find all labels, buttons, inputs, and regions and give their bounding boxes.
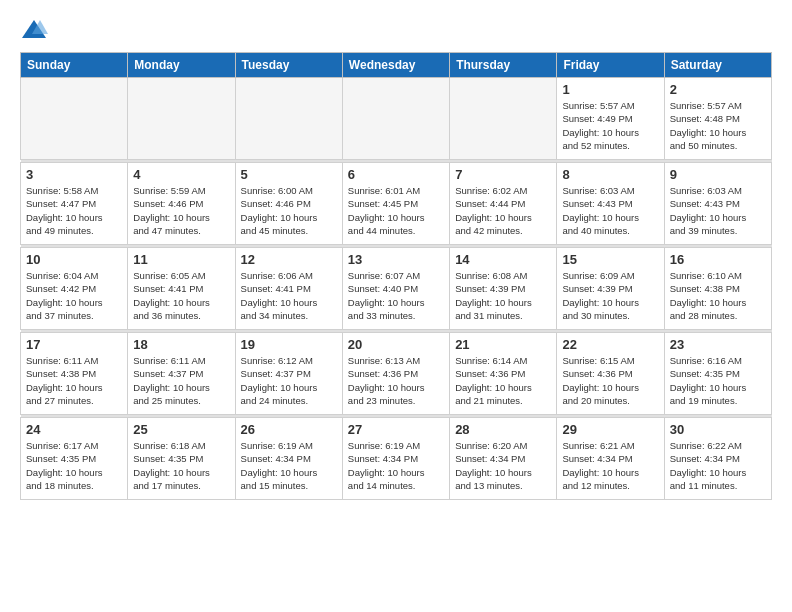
- day-info: Sunrise: 6:14 AM Sunset: 4:36 PM Dayligh…: [455, 354, 551, 407]
- day-info: Sunrise: 6:13 AM Sunset: 4:36 PM Dayligh…: [348, 354, 444, 407]
- day-number: 28: [455, 422, 551, 437]
- day-info: Sunrise: 6:02 AM Sunset: 4:44 PM Dayligh…: [455, 184, 551, 237]
- day-info: Sunrise: 6:00 AM Sunset: 4:46 PM Dayligh…: [241, 184, 337, 237]
- table-row: 10Sunrise: 6:04 AM Sunset: 4:42 PM Dayli…: [21, 248, 128, 330]
- day-number: 3: [26, 167, 122, 182]
- day-number: 2: [670, 82, 766, 97]
- day-number: 14: [455, 252, 551, 267]
- day-info: Sunrise: 5:57 AM Sunset: 4:48 PM Dayligh…: [670, 99, 766, 152]
- table-row: 16Sunrise: 6:10 AM Sunset: 4:38 PM Dayli…: [664, 248, 771, 330]
- calendar-header-row: Sunday Monday Tuesday Wednesday Thursday…: [21, 53, 772, 78]
- day-info: Sunrise: 6:17 AM Sunset: 4:35 PM Dayligh…: [26, 439, 122, 492]
- table-row: 29Sunrise: 6:21 AM Sunset: 4:34 PM Dayli…: [557, 418, 664, 500]
- col-wednesday: Wednesday: [342, 53, 449, 78]
- col-monday: Monday: [128, 53, 235, 78]
- table-row: 6Sunrise: 6:01 AM Sunset: 4:45 PM Daylig…: [342, 163, 449, 245]
- day-info: Sunrise: 6:10 AM Sunset: 4:38 PM Dayligh…: [670, 269, 766, 322]
- day-number: 26: [241, 422, 337, 437]
- calendar: Sunday Monday Tuesday Wednesday Thursday…: [20, 52, 772, 500]
- day-info: Sunrise: 6:19 AM Sunset: 4:34 PM Dayligh…: [348, 439, 444, 492]
- day-number: 13: [348, 252, 444, 267]
- day-info: Sunrise: 6:18 AM Sunset: 4:35 PM Dayligh…: [133, 439, 229, 492]
- page: Sunday Monday Tuesday Wednesday Thursday…: [0, 0, 792, 612]
- day-number: 30: [670, 422, 766, 437]
- logo: [20, 16, 52, 44]
- table-row: [235, 78, 342, 160]
- table-row: 21Sunrise: 6:14 AM Sunset: 4:36 PM Dayli…: [450, 333, 557, 415]
- day-info: Sunrise: 6:20 AM Sunset: 4:34 PM Dayligh…: [455, 439, 551, 492]
- table-row: 7Sunrise: 6:02 AM Sunset: 4:44 PM Daylig…: [450, 163, 557, 245]
- day-info: Sunrise: 6:05 AM Sunset: 4:41 PM Dayligh…: [133, 269, 229, 322]
- day-info: Sunrise: 6:03 AM Sunset: 4:43 PM Dayligh…: [670, 184, 766, 237]
- day-number: 27: [348, 422, 444, 437]
- day-info: Sunrise: 6:08 AM Sunset: 4:39 PM Dayligh…: [455, 269, 551, 322]
- day-number: 24: [26, 422, 122, 437]
- table-row: 3Sunrise: 5:58 AM Sunset: 4:47 PM Daylig…: [21, 163, 128, 245]
- table-row: 18Sunrise: 6:11 AM Sunset: 4:37 PM Dayli…: [128, 333, 235, 415]
- calendar-week-row: 17Sunrise: 6:11 AM Sunset: 4:38 PM Dayli…: [21, 333, 772, 415]
- table-row: 5Sunrise: 6:00 AM Sunset: 4:46 PM Daylig…: [235, 163, 342, 245]
- day-info: Sunrise: 6:16 AM Sunset: 4:35 PM Dayligh…: [670, 354, 766, 407]
- day-info: Sunrise: 5:59 AM Sunset: 4:46 PM Dayligh…: [133, 184, 229, 237]
- day-info: Sunrise: 6:07 AM Sunset: 4:40 PM Dayligh…: [348, 269, 444, 322]
- day-info: Sunrise: 6:22 AM Sunset: 4:34 PM Dayligh…: [670, 439, 766, 492]
- table-row: 23Sunrise: 6:16 AM Sunset: 4:35 PM Dayli…: [664, 333, 771, 415]
- table-row: 28Sunrise: 6:20 AM Sunset: 4:34 PM Dayli…: [450, 418, 557, 500]
- col-thursday: Thursday: [450, 53, 557, 78]
- calendar-week-row: 3Sunrise: 5:58 AM Sunset: 4:47 PM Daylig…: [21, 163, 772, 245]
- day-number: 29: [562, 422, 658, 437]
- table-row: 30Sunrise: 6:22 AM Sunset: 4:34 PM Dayli…: [664, 418, 771, 500]
- day-number: 8: [562, 167, 658, 182]
- day-number: 6: [348, 167, 444, 182]
- table-row: [342, 78, 449, 160]
- table-row: 12Sunrise: 6:06 AM Sunset: 4:41 PM Dayli…: [235, 248, 342, 330]
- day-info: Sunrise: 6:15 AM Sunset: 4:36 PM Dayligh…: [562, 354, 658, 407]
- day-info: Sunrise: 6:01 AM Sunset: 4:45 PM Dayligh…: [348, 184, 444, 237]
- table-row: 22Sunrise: 6:15 AM Sunset: 4:36 PM Dayli…: [557, 333, 664, 415]
- table-row: 8Sunrise: 6:03 AM Sunset: 4:43 PM Daylig…: [557, 163, 664, 245]
- day-number: 19: [241, 337, 337, 352]
- day-number: 12: [241, 252, 337, 267]
- table-row: [450, 78, 557, 160]
- calendar-week-row: 10Sunrise: 6:04 AM Sunset: 4:42 PM Dayli…: [21, 248, 772, 330]
- day-number: 25: [133, 422, 229, 437]
- day-number: 16: [670, 252, 766, 267]
- day-number: 11: [133, 252, 229, 267]
- table-row: 14Sunrise: 6:08 AM Sunset: 4:39 PM Dayli…: [450, 248, 557, 330]
- day-number: 22: [562, 337, 658, 352]
- day-number: 1: [562, 82, 658, 97]
- table-row: 15Sunrise: 6:09 AM Sunset: 4:39 PM Dayli…: [557, 248, 664, 330]
- day-number: 10: [26, 252, 122, 267]
- day-number: 23: [670, 337, 766, 352]
- table-row: 19Sunrise: 6:12 AM Sunset: 4:37 PM Dayli…: [235, 333, 342, 415]
- day-number: 4: [133, 167, 229, 182]
- calendar-week-row: 24Sunrise: 6:17 AM Sunset: 4:35 PM Dayli…: [21, 418, 772, 500]
- day-info: Sunrise: 5:57 AM Sunset: 4:49 PM Dayligh…: [562, 99, 658, 152]
- day-number: 9: [670, 167, 766, 182]
- day-number: 21: [455, 337, 551, 352]
- table-row: 26Sunrise: 6:19 AM Sunset: 4:34 PM Dayli…: [235, 418, 342, 500]
- day-number: 7: [455, 167, 551, 182]
- table-row: 2Sunrise: 5:57 AM Sunset: 4:48 PM Daylig…: [664, 78, 771, 160]
- day-number: 17: [26, 337, 122, 352]
- table-row: 1Sunrise: 5:57 AM Sunset: 4:49 PM Daylig…: [557, 78, 664, 160]
- table-row: [21, 78, 128, 160]
- col-tuesday: Tuesday: [235, 53, 342, 78]
- day-info: Sunrise: 6:06 AM Sunset: 4:41 PM Dayligh…: [241, 269, 337, 322]
- day-info: Sunrise: 6:03 AM Sunset: 4:43 PM Dayligh…: [562, 184, 658, 237]
- day-info: Sunrise: 6:11 AM Sunset: 4:37 PM Dayligh…: [133, 354, 229, 407]
- day-info: Sunrise: 6:11 AM Sunset: 4:38 PM Dayligh…: [26, 354, 122, 407]
- day-number: 20: [348, 337, 444, 352]
- table-row: 17Sunrise: 6:11 AM Sunset: 4:38 PM Dayli…: [21, 333, 128, 415]
- table-row: 13Sunrise: 6:07 AM Sunset: 4:40 PM Dayli…: [342, 248, 449, 330]
- day-number: 15: [562, 252, 658, 267]
- col-friday: Friday: [557, 53, 664, 78]
- day-info: Sunrise: 5:58 AM Sunset: 4:47 PM Dayligh…: [26, 184, 122, 237]
- day-info: Sunrise: 6:04 AM Sunset: 4:42 PM Dayligh…: [26, 269, 122, 322]
- header: [20, 16, 772, 44]
- table-row: [128, 78, 235, 160]
- day-info: Sunrise: 6:21 AM Sunset: 4:34 PM Dayligh…: [562, 439, 658, 492]
- day-number: 5: [241, 167, 337, 182]
- col-saturday: Saturday: [664, 53, 771, 78]
- table-row: 9Sunrise: 6:03 AM Sunset: 4:43 PM Daylig…: [664, 163, 771, 245]
